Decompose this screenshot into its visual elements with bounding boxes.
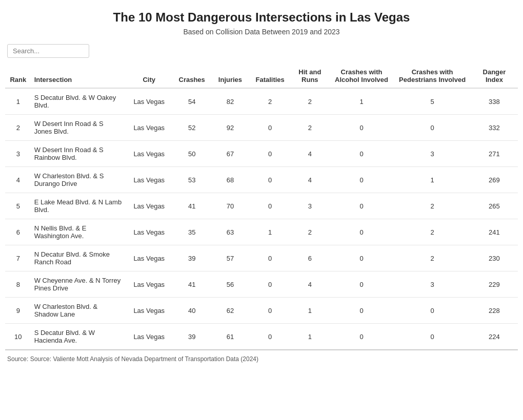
cell-crashes-pedestrians: 2: [394, 219, 471, 245]
cell-intersection: W Desert Inn Road & S Rainbow Blvd.: [31, 141, 126, 167]
cell-danger-index: 269: [471, 167, 518, 193]
table-row: 6 N Nellis Blvd. & E Washington Ave. Las…: [5, 219, 518, 245]
cell-crashes: 39: [173, 324, 211, 350]
cell-injuries: 82: [211, 88, 250, 115]
cell-hit-and-runs: 1: [291, 324, 329, 350]
cell-hit-and-runs: 2: [291, 115, 329, 141]
cell-intersection: N Nellis Blvd. & E Washington Ave.: [31, 219, 126, 245]
cell-crashes-pedestrians: 5: [394, 88, 471, 115]
search-container: [5, 44, 518, 58]
cell-crashes: 41: [173, 271, 211, 298]
cell-injuries: 56: [211, 271, 250, 298]
cell-city: Las Vegas: [126, 115, 173, 141]
cell-city: Las Vegas: [126, 141, 173, 167]
table-row: 10 S Decatur Blvd. & W Hacienda Ave. Las…: [5, 324, 518, 350]
cell-crashes-alcohol: 0: [329, 271, 394, 298]
cell-rank: 2: [5, 115, 31, 141]
cell-rank: 3: [5, 141, 31, 167]
search-input[interactable]: [7, 44, 89, 58]
cell-fatalities: 0: [249, 271, 291, 298]
cell-danger-index: 224: [471, 324, 518, 350]
cell-hit-and-runs: 4: [291, 141, 329, 167]
cell-hit-and-runs: 2: [291, 219, 329, 245]
cell-danger-index: 241: [471, 219, 518, 245]
cell-crashes: 50: [173, 141, 211, 167]
cell-fatalities: 0: [249, 245, 291, 271]
cell-intersection: S Decatur Blvd. & W Hacienda Ave.: [31, 324, 126, 350]
cell-crashes-alcohol: 0: [329, 219, 394, 245]
table-row: 5 E Lake Mead Blvd. & N Lamb Blvd. Las V…: [5, 193, 518, 219]
cell-danger-index: 332: [471, 115, 518, 141]
cell-rank: 6: [5, 219, 31, 245]
cell-crashes-alcohol: 0: [329, 115, 394, 141]
cell-crashes-pedestrians: 2: [394, 245, 471, 271]
page-header: The 10 Most Dangerous Intersections in L…: [5, 10, 518, 36]
cell-crashes: 40: [173, 298, 211, 324]
table-row: 8 W Cheyenne Ave. & N Torrey Pines Drive…: [5, 271, 518, 298]
cell-city: Las Vegas: [126, 324, 173, 350]
cell-rank: 5: [5, 193, 31, 219]
cell-city: Las Vegas: [126, 245, 173, 271]
table-row: 4 W Charleston Blvd. & S Durango Drive L…: [5, 167, 518, 193]
col-header-crashes: Crashes: [173, 64, 211, 88]
cell-injuries: 70: [211, 193, 250, 219]
cell-intersection: W Charleston Blvd. & S Durango Drive: [31, 167, 126, 193]
cell-rank: 10: [5, 324, 31, 350]
cell-city: Las Vegas: [126, 298, 173, 324]
cell-crashes-pedestrians: 3: [394, 271, 471, 298]
cell-intersection: N Decatur Blvd. & Smoke Ranch Road: [31, 245, 126, 271]
col-header-city: City: [126, 64, 173, 88]
cell-hit-and-runs: 1: [291, 298, 329, 324]
cell-crashes: 53: [173, 167, 211, 193]
cell-danger-index: 265: [471, 193, 518, 219]
cell-fatalities: 0: [249, 141, 291, 167]
cell-city: Las Vegas: [126, 167, 173, 193]
cell-injuries: 68: [211, 167, 250, 193]
table-body: 1 S Decatur Blvd. & W Oakey Blvd. Las Ve…: [5, 88, 518, 350]
table-row: 2 W Desert Inn Road & S Jones Blvd. Las …: [5, 115, 518, 141]
table-row: 7 N Decatur Blvd. & Smoke Ranch Road Las…: [5, 245, 518, 271]
cell-crashes-alcohol: 0: [329, 193, 394, 219]
col-header-intersection: Intersection: [31, 64, 126, 88]
cell-rank: 8: [5, 271, 31, 298]
table-header: Rank Intersection City Crashes Injuries …: [5, 64, 518, 88]
cell-fatalities: 1: [249, 219, 291, 245]
table-row: 1 S Decatur Blvd. & W Oakey Blvd. Las Ve…: [5, 88, 518, 115]
cell-rank: 9: [5, 298, 31, 324]
cell-fatalities: 2: [249, 88, 291, 115]
cell-danger-index: 228: [471, 298, 518, 324]
cell-hit-and-runs: 4: [291, 167, 329, 193]
cell-danger-index: 338: [471, 88, 518, 115]
footer-source: Source: Source: Valiente Mott Analysis o…: [5, 355, 518, 363]
cell-crashes-alcohol: 0: [329, 324, 394, 350]
cell-city: Las Vegas: [126, 271, 173, 298]
cell-intersection: S Decatur Blvd. & W Oakey Blvd.: [31, 88, 126, 115]
cell-crashes-alcohol: 0: [329, 141, 394, 167]
cell-crashes-alcohol: 0: [329, 298, 394, 324]
cell-city: Las Vegas: [126, 219, 173, 245]
table-row: 9 W Charleston Blvd. & Shadow Lane Las V…: [5, 298, 518, 324]
cell-hit-and-runs: 3: [291, 193, 329, 219]
cell-crashes: 39: [173, 245, 211, 271]
cell-crashes-pedestrians: 0: [394, 324, 471, 350]
cell-rank: 7: [5, 245, 31, 271]
cell-hit-and-runs: 6: [291, 245, 329, 271]
cell-crashes: 54: [173, 88, 211, 115]
cell-hit-and-runs: 2: [291, 88, 329, 115]
cell-injuries: 62: [211, 298, 250, 324]
cell-danger-index: 229: [471, 271, 518, 298]
cell-crashes-pedestrians: 3: [394, 141, 471, 167]
cell-fatalities: 0: [249, 115, 291, 141]
col-header-crashes-pedestrians: Crashes with Pedestrians Involved: [394, 64, 471, 88]
cell-fatalities: 0: [249, 167, 291, 193]
cell-crashes-pedestrians: 0: [394, 115, 471, 141]
page-title: The 10 Most Dangerous Intersections in L…: [5, 10, 518, 25]
cell-crashes: 35: [173, 219, 211, 245]
cell-rank: 4: [5, 167, 31, 193]
col-header-rank: Rank: [5, 64, 31, 88]
col-header-danger-index: Danger Index: [471, 64, 518, 88]
cell-crashes: 52: [173, 115, 211, 141]
page-subtitle: Based on Collision Data Between 2019 and…: [5, 28, 518, 36]
col-header-fatalities: Fatalities: [249, 64, 291, 88]
cell-crashes-pedestrians: 1: [394, 167, 471, 193]
